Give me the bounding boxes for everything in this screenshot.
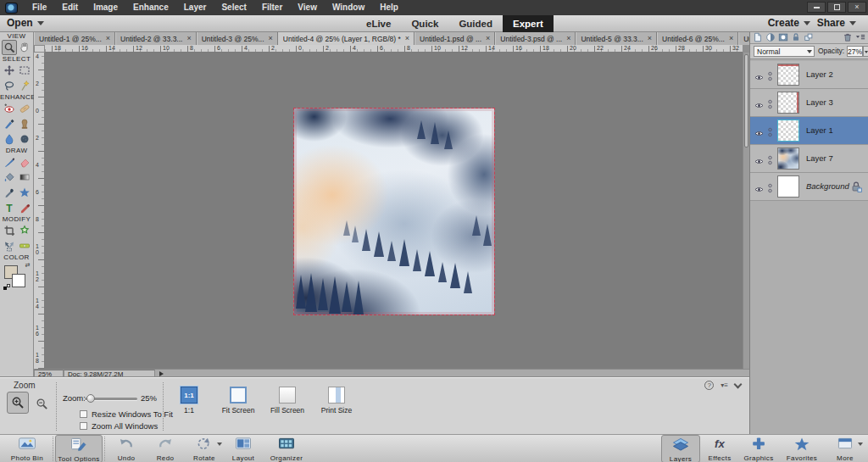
document-tab[interactable]: Untitled-4 @ 25% (Layer 1, RGB/8) *× <box>278 32 415 45</box>
document-tab[interactable]: Untitled-7 @ 25%...× <box>738 32 749 45</box>
tab-close-icon[interactable]: × <box>405 35 409 42</box>
smart-brush-tool[interactable] <box>2 116 17 131</box>
pencil-tool[interactable] <box>17 200 32 215</box>
taskbar-undo-button[interactable]: Undo <box>107 435 146 462</box>
tab-close-icon[interactable]: × <box>186 35 191 42</box>
zoom-slider-handle[interactable] <box>86 394 95 403</box>
tab-close-icon[interactable]: × <box>106 35 110 42</box>
document-tab[interactable]: Untitled-2 @ 33.3...× <box>115 32 197 45</box>
close-button[interactable]: × <box>848 2 866 13</box>
create-button[interactable]: Create <box>768 17 810 29</box>
menu-window[interactable]: Window <box>325 0 372 15</box>
paint-bucket-tool[interactable] <box>2 170 17 185</box>
document-image[interactable] <box>294 109 494 314</box>
delete-layer-button[interactable] <box>840 31 853 46</box>
document-tab[interactable]: Untitled-1.psd @ ...× <box>415 32 495 45</box>
eraser-tool[interactable] <box>17 154 32 170</box>
menu-view[interactable]: View <box>290 0 325 15</box>
layer-thumbnail[interactable] <box>777 175 799 198</box>
sponge-tool[interactable] <box>17 131 32 147</box>
layer-thumbnail[interactable] <box>777 120 799 142</box>
canvas-area[interactable] <box>45 53 743 369</box>
canvas-scrollbar[interactable] <box>743 53 749 369</box>
tab-close-icon[interactable]: × <box>566 35 570 42</box>
document-tab[interactable]: Untitled-3 @ 25%...× <box>197 32 278 45</box>
new-layer-button[interactable] <box>750 31 763 46</box>
tab-close-icon[interactable]: × <box>269 35 273 42</box>
background-color-swatch[interactable] <box>12 274 25 287</box>
visibility-eye-icon[interactable] <box>754 98 764 108</box>
menu-enhance[interactable]: Enhance <box>125 0 176 15</box>
document-tab[interactable]: Untitled-5 @ 33.3...× <box>576 32 657 45</box>
layer-mask-button[interactable] <box>776 31 788 46</box>
zoom-slider[interactable] <box>85 398 137 400</box>
visibility-eye-icon[interactable] <box>754 182 764 192</box>
mode-tab-elive[interactable]: eLive <box>356 15 401 32</box>
layer-row-layer-7[interactable]: Layer 7 <box>750 145 868 173</box>
lock-transparency-button[interactable] <box>788 31 801 46</box>
content-move-tool[interactable] <box>2 238 17 253</box>
marquee-tool[interactable] <box>17 63 32 78</box>
mode-tab-guided[interactable]: Guided <box>448 15 503 32</box>
layer-thumbnail[interactable] <box>777 148 799 170</box>
layer-thumbnail[interactable] <box>777 92 799 114</box>
layer-row-layer-1[interactable]: Layer 1 <box>750 117 868 145</box>
shape-tool[interactable] <box>17 185 32 200</box>
layer-row-layer-2[interactable]: Layer 2 <box>750 61 868 89</box>
healing-brush-tool[interactable] <box>17 101 32 116</box>
new-fill-layer-button[interactable] <box>763 31 776 46</box>
menu-filter[interactable]: Filter <box>254 0 290 15</box>
tab-close-icon[interactable]: × <box>486 35 490 42</box>
mode-tab-quick[interactable]: Quick <box>401 15 448 32</box>
taskbar-redo-button[interactable]: Redo <box>146 435 185 462</box>
tab-close-icon[interactable]: × <box>648 35 652 42</box>
swap-colors-icon[interactable]: ⇄ <box>25 262 31 269</box>
opacity-field[interactable]: 27% <box>847 46 863 57</box>
red-eye-tool[interactable] <box>2 101 17 116</box>
taskbar-layers-button[interactable]: Layers <box>661 435 700 462</box>
default-colors-icon[interactable] <box>3 284 10 291</box>
opacity-dropdown-icon[interactable] <box>863 46 868 57</box>
minimize-button[interactable] <box>807 2 826 13</box>
layer-thumbnail[interactable] <box>777 64 799 86</box>
cookie-cutter-tool[interactable] <box>17 223 32 238</box>
restore-button[interactable] <box>827 2 846 13</box>
menu-edit[interactable]: Edit <box>54 0 86 15</box>
view-button-fit-screen[interactable]: Fit Screen <box>219 387 258 415</box>
layer-row-layer-3[interactable]: Layer 3 <box>750 89 868 117</box>
share-button[interactable]: Share <box>817 17 856 29</box>
help-icon[interactable]: ? <box>704 381 714 390</box>
taskbar-photo-bin-button[interactable]: Photo Bin <box>3 435 51 462</box>
gradient-tool[interactable] <box>17 170 32 185</box>
menu-help[interactable]: Help <box>372 0 406 15</box>
hand-tool[interactable] <box>17 40 32 55</box>
document-tab[interactable]: Untitled-3.psd @ ...× <box>495 32 576 45</box>
panel-menu-icon[interactable] <box>853 31 865 46</box>
magic-wand-tool[interactable] <box>17 78 32 93</box>
taskbar-favorites-button[interactable]: Favorites <box>778 435 826 462</box>
menu-select[interactable]: Select <box>214 0 253 15</box>
document-tab[interactable]: Untitled-1 @ 25%...× <box>34 32 115 45</box>
scrollbar-thumb[interactable] <box>744 54 748 148</box>
taskbar-organizer-button[interactable]: Organizer <box>263 435 310 462</box>
straighten-tool[interactable] <box>17 238 32 253</box>
brush-tool[interactable] <box>2 154 17 170</box>
resize-windows-checkbox[interactable]: Resize Windows To Fit <box>80 409 173 419</box>
move-tool[interactable] <box>2 63 17 78</box>
zoom-value[interactable]: 25% <box>141 393 157 403</box>
view-button-1-1[interactable]: 1:11:1 <box>170 387 209 415</box>
menu-file[interactable]: File <box>25 0 54 15</box>
status-expand-icon[interactable] <box>159 371 164 376</box>
menu-layer[interactable]: Layer <box>176 0 214 15</box>
zoom-all-windows-checkbox[interactable]: Zoom All Windows <box>80 421 158 431</box>
eyedropper-tool[interactable] <box>2 185 17 200</box>
tab-close-icon[interactable]: × <box>729 35 733 42</box>
blend-mode-select[interactable]: Normal <box>754 46 815 57</box>
zoom-out-tool-button[interactable] <box>34 396 49 411</box>
visibility-eye-icon[interactable] <box>754 126 764 136</box>
taskbar-layout-button[interactable]: Layout <box>224 435 263 462</box>
collapse-panel-icon[interactable] <box>734 380 743 388</box>
menu-image[interactable]: Image <box>86 0 125 15</box>
open-button[interactable]: Open <box>7 17 44 29</box>
view-button-fill-screen[interactable]: Fill Screen <box>268 387 307 415</box>
